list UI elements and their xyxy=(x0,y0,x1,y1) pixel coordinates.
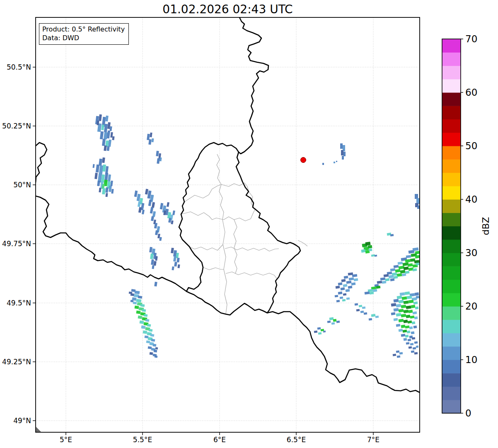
radar-cell xyxy=(355,303,358,305)
radar-cell xyxy=(338,282,343,285)
radar-cluster-nw-lower xyxy=(92,157,114,197)
radar-cell xyxy=(402,296,407,300)
radar-cell xyxy=(408,320,412,323)
radar-cell xyxy=(400,270,406,274)
radar-cell xyxy=(334,162,335,163)
radar-cell xyxy=(336,300,340,302)
radar-cell xyxy=(145,319,150,322)
radar-cell xyxy=(154,349,157,352)
radar-cell xyxy=(155,230,158,235)
radar-cell xyxy=(380,277,386,281)
radar-cell xyxy=(365,291,370,295)
radar-cell xyxy=(414,316,418,319)
radar-cell xyxy=(397,355,401,358)
radar-cell xyxy=(394,318,398,321)
radar-cell xyxy=(96,165,99,173)
radar-cell xyxy=(108,140,111,147)
radar-cell xyxy=(138,315,143,319)
radar-cell xyxy=(171,248,174,254)
radar-cell xyxy=(396,313,401,317)
x-tick-label: 6.5°E xyxy=(287,436,306,444)
radar-cell xyxy=(145,335,149,338)
radar-cluster-west-blobs xyxy=(149,247,180,287)
radar-cell xyxy=(314,330,318,333)
colorbar: 010203040506070dBZ xyxy=(442,34,491,419)
radar-cell xyxy=(340,296,343,299)
radar-cell xyxy=(129,291,133,294)
radar-cell xyxy=(389,275,394,278)
product-info-line1: Product: 0.5° Reflectivity xyxy=(42,25,125,34)
radar-cell xyxy=(176,258,179,263)
radar-figure: 01.02.2026 02:43 UTC Product: 0.5° Refle… xyxy=(0,0,498,448)
colorbar-segment xyxy=(442,240,461,253)
radar-cell xyxy=(105,116,109,122)
radar-cell xyxy=(171,220,173,225)
radar-cell xyxy=(143,330,147,334)
radar-cell xyxy=(370,291,374,294)
radar-cell xyxy=(401,324,406,328)
radar-cell xyxy=(391,303,396,307)
radar-cell xyxy=(134,191,138,197)
colorbar-segment xyxy=(442,52,461,66)
radar-cell xyxy=(335,295,338,297)
radar-cell xyxy=(146,340,150,343)
colorbar-segment xyxy=(442,39,461,53)
radar-cell xyxy=(375,315,379,318)
colorbar-segment xyxy=(442,199,461,213)
radar-cluster-se-scattered xyxy=(314,303,379,334)
y-tick-label: 50.25°N xyxy=(2,122,31,130)
radar-cell xyxy=(414,352,418,354)
radar-cell xyxy=(371,254,375,257)
colorbar-segment xyxy=(442,400,461,414)
radar-cell xyxy=(97,181,100,186)
radar-cell xyxy=(152,265,154,269)
radar-cell xyxy=(361,249,366,252)
radar-cell xyxy=(413,325,417,328)
radar-cell xyxy=(407,330,411,333)
y-tick-label: 49°N xyxy=(13,417,31,425)
radar-cell xyxy=(150,352,153,355)
radar-cell xyxy=(336,320,340,323)
colorbar-segment xyxy=(442,79,461,93)
radar-cell xyxy=(404,338,407,341)
colorbar-segment xyxy=(442,320,461,333)
radar-cell xyxy=(400,292,405,296)
radar-cell xyxy=(147,324,151,327)
radar-cell xyxy=(411,331,415,334)
radar-cell xyxy=(413,311,417,314)
radar-cell xyxy=(150,334,155,337)
colorbar-segment xyxy=(442,146,461,160)
radar-cell xyxy=(135,305,139,309)
radar-cell xyxy=(105,187,109,193)
radar-cell xyxy=(150,254,154,259)
radar-cell xyxy=(417,206,419,209)
y-tick-label: 49.75°N xyxy=(2,240,31,248)
colorbar-segment xyxy=(442,119,461,133)
colorbar-segment xyxy=(442,186,461,200)
radar-cell xyxy=(359,305,363,307)
radar-cell xyxy=(101,125,104,131)
radar-cell xyxy=(172,266,174,271)
radar-cell xyxy=(322,163,324,165)
radar-cell xyxy=(390,278,395,281)
radar-cell xyxy=(365,242,371,246)
radar-cell xyxy=(138,295,143,298)
radar-cell xyxy=(412,321,416,324)
radar-cell xyxy=(336,161,337,162)
radar-cell xyxy=(160,203,164,210)
radar-cell xyxy=(104,145,107,151)
y-tick-label: 49.25°N xyxy=(2,358,31,366)
y-tick-label: 50°N xyxy=(13,181,31,189)
radar-cluster-small-n2 xyxy=(156,151,162,164)
colorbar-segment xyxy=(442,306,461,320)
radar-cell xyxy=(135,291,140,294)
colorbar-segment xyxy=(442,360,461,373)
radar-cell xyxy=(382,281,387,283)
radar-cell xyxy=(360,310,364,313)
radar-cell xyxy=(343,293,347,295)
colorbar-segment xyxy=(442,159,461,173)
radar-cell xyxy=(395,269,401,273)
radar-cell xyxy=(369,318,372,320)
radar-cell xyxy=(156,151,159,157)
y-tick-label: 49.5°N xyxy=(7,299,31,307)
